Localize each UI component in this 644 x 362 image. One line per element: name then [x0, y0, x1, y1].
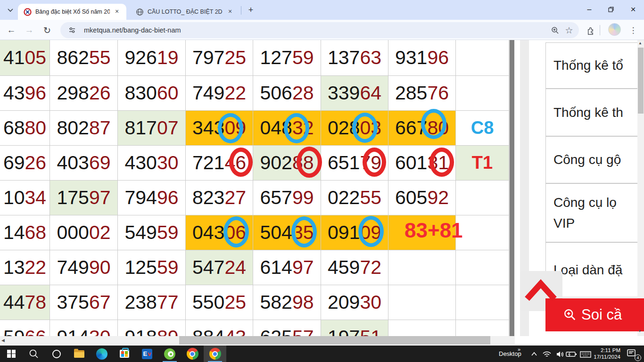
- empty-cell: [456, 40, 509, 76]
- window-restore-button[interactable]: [600, 0, 622, 19]
- windows-taskbar: Ev Desktop » 2:11 PM 17/11/2024 4: [0, 346, 644, 362]
- lottery-number-cell: 09109: [321, 215, 388, 250]
- reload-button[interactable]: ↻: [41, 24, 54, 37]
- sidebar-item-label: Loại dàn đặ: [553, 260, 644, 280]
- screen: Bảng đặc biệt Xổ Số năm 2024 × CẦU LOTTO…: [0, 0, 644, 362]
- sidebar-item[interactable]: Thống kê th: [545, 89, 644, 136]
- lottery-number-cell: 33964: [321, 76, 388, 111]
- chevron-down-icon: [8, 8, 13, 12]
- horizontal-scrollbar[interactable]: ◀: [0, 336, 515, 345]
- table-row: 6926403694303072146902886517960131T1: [0, 146, 509, 181]
- lottery-number-cell: 02255: [321, 181, 388, 215]
- scroll-up-arrow[interactable]: ▲: [638, 41, 642, 45]
- zoom-in-page-icon[interactable]: [548, 23, 562, 37]
- lottery-number-cell: 88443: [186, 320, 253, 336]
- tab-separator: [241, 6, 241, 15]
- forward-button[interactable]: →: [23, 24, 36, 37]
- lottery-number-cell: 93196: [388, 40, 456, 76]
- sum-annotation: 83+81: [405, 219, 463, 242]
- table-row: 4396298268306074922506283396428576: [0, 76, 509, 111]
- lottery-number-cell: 6926: [0, 146, 50, 181]
- scroll-to-top-button[interactable]: [524, 278, 557, 303]
- url-text[interactable]: mketqua.net/bang-dac-biet-nam: [84, 26, 548, 34]
- lottery-number-cell: 79725: [186, 40, 253, 76]
- empty-cell: [388, 320, 456, 336]
- lottery-number-cell: 04832: [253, 111, 321, 146]
- taskbar-icon-search[interactable]: [23, 346, 45, 362]
- empty-cell: [456, 76, 509, 111]
- sidebar-item[interactable]: Thống kê tổ: [545, 42, 644, 89]
- lottery-number-cell: 5966: [0, 320, 50, 336]
- lottery-number-cell: 65179: [321, 146, 388, 181]
- sidebar-item[interactable]: Công cụ lọVIP: [545, 183, 644, 242]
- horizontal-scrollbar-thumb[interactable]: [179, 336, 490, 345]
- browser-menu-icon[interactable]: ⋮: [626, 23, 640, 37]
- lottery-number-cell: 12759: [253, 40, 321, 76]
- page-scrollbar-thumb[interactable]: [638, 48, 644, 114]
- scroll-down-arrow[interactable]: ▼: [638, 329, 642, 333]
- lottery-number-cell: 23877: [118, 285, 186, 320]
- taskbar-icon-edge[interactable]: [91, 346, 113, 362]
- address-bar[interactable]: mketqua.net/bang-dac-biet-nam ☆: [60, 22, 579, 38]
- tray-chevron-up-icon[interactable]: [528, 349, 540, 359]
- table-row: 1034175977949682327657990225560592: [0, 181, 509, 215]
- tab-close-icon[interactable]: ×: [113, 8, 121, 16]
- mketqua-favicon: [24, 8, 32, 16]
- lottery-number-cell: 91889: [118, 320, 186, 336]
- lottery-number-cell: 54959: [118, 215, 186, 250]
- window-close-button[interactable]: ×: [622, 0, 644, 19]
- taskbar-icon-coccoc[interactable]: [158, 346, 181, 362]
- lottery-number-cell: 4105: [0, 40, 50, 76]
- page-vertical-scrollbar[interactable]: ▲: [637, 40, 644, 336]
- tray-volume-icon[interactable]: [554, 349, 566, 359]
- zoom-in-icon: [563, 308, 577, 321]
- taskbar-clock[interactable]: 2:11 PM 17/11/2024: [593, 347, 620, 360]
- taskbar-icon-file-explorer[interactable]: [68, 346, 91, 362]
- window-minimize-button[interactable]: –: [578, 0, 600, 19]
- taskbar-icon-store[interactable]: [113, 346, 136, 362]
- lottery-number-cell: 50628: [253, 76, 321, 111]
- lottery-number-cell: 54724: [186, 250, 253, 285]
- table-row: 13227499012559547246149745972: [0, 250, 509, 285]
- notification-badge: 4: [635, 354, 641, 361]
- lottery-number-cell: 6880: [0, 111, 50, 146]
- soi-cau-button[interactable]: Soi cầ: [545, 298, 644, 331]
- taskbar-icon-cortana[interactable]: [45, 346, 68, 362]
- bookmark-star-icon[interactable]: ☆: [562, 23, 576, 37]
- taskbar-icon-chrome[interactable]: [181, 346, 204, 362]
- overflow-chevrons[interactable]: »: [518, 346, 520, 352]
- action-center-icon[interactable]: 4: [626, 348, 639, 360]
- scroll-left-arrow[interactable]: ◀: [1, 338, 5, 343]
- back-button[interactable]: ←: [5, 24, 18, 37]
- table-row: 4105862559261979725127591376393196: [0, 40, 509, 76]
- empty-cell: [456, 320, 509, 336]
- table-row: 59669143091889884436255719751: [0, 320, 509, 336]
- tab-title: Bảng đặc biệt Xổ Số năm 2024: [35, 8, 110, 15]
- tray-battery-icon[interactable]: [566, 349, 577, 359]
- tab-active[interactable]: Bảng đặc biệt Xổ Số năm 2024 ×: [18, 4, 126, 20]
- lottery-number-cell: 04306: [186, 215, 253, 250]
- empty-cell: [456, 181, 509, 215]
- sidebar-item[interactable]: Công cụ gộ: [545, 136, 644, 183]
- tray-keyboard-icon[interactable]: [580, 349, 591, 359]
- tray-wifi-icon[interactable]: [541, 349, 553, 359]
- table-row: 6880802878170734309048320280366780C8: [0, 111, 509, 146]
- taskbar-icon-evkey[interactable]: Ev: [136, 346, 158, 362]
- lottery-table: 4105862559261979725127591376393196439629…: [0, 40, 509, 336]
- sidebar-item-label: Thống kê th: [553, 102, 644, 123]
- lottery-number-cell: 12559: [118, 250, 186, 285]
- tab-inactive[interactable]: CẦU LOTTO_ ĐẶC BIỆT 2D 3D 4 ×: [130, 4, 239, 20]
- taskbar-icon-chrome-active[interactable]: [204, 346, 226, 362]
- lottery-number-cell: 74990: [50, 250, 118, 285]
- profile-avatar[interactable]: [608, 23, 621, 36]
- clock-time: 2:11 PM: [593, 347, 620, 354]
- empty-cell: [388, 250, 456, 285]
- new-tab-button[interactable]: +: [245, 5, 256, 16]
- site-info-icon[interactable]: [65, 23, 79, 37]
- iframe-vertical-scrollbar[interactable]: [509, 40, 514, 336]
- tab-search-button[interactable]: [5, 5, 16, 16]
- sidebar-item-label: VIP: [553, 213, 644, 234]
- tab-close-icon[interactable]: ×: [226, 8, 234, 16]
- taskbar-icon-start[interactable]: [0, 346, 23, 362]
- extensions-icon[interactable]: [583, 23, 597, 37]
